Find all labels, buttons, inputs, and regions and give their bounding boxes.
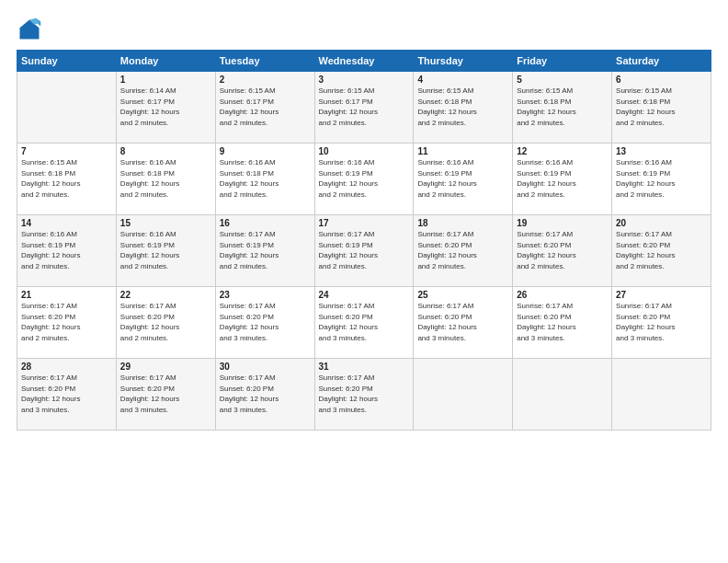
day-cell <box>17 72 117 144</box>
day-cell: 7Sunrise: 6:15 AM Sunset: 6:18 PM Daylig… <box>17 144 117 215</box>
day-info: Sunrise: 6:17 AM Sunset: 6:20 PM Dayligh… <box>319 373 410 415</box>
day-cell <box>414 359 513 431</box>
col-header-friday: Friday <box>513 51 612 72</box>
col-header-tuesday: Tuesday <box>215 51 314 72</box>
day-cell: 16Sunrise: 6:17 AM Sunset: 6:19 PM Dayli… <box>215 215 314 287</box>
day-cell: 30Sunrise: 6:17 AM Sunset: 6:20 PM Dayli… <box>215 359 314 431</box>
day-info: Sunrise: 6:14 AM Sunset: 6:17 PM Dayligh… <box>120 86 211 128</box>
day-cell: 17Sunrise: 6:17 AM Sunset: 6:19 PM Dayli… <box>314 215 414 287</box>
day-cell: 5Sunrise: 6:15 AM Sunset: 6:18 PM Daylig… <box>513 72 612 144</box>
day-info: Sunrise: 6:16 AM Sunset: 6:19 PM Dayligh… <box>417 157 508 200</box>
header-row: SundayMondayTuesdayWednesdayThursdayFrid… <box>17 51 711 72</box>
day-cell: 21Sunrise: 6:17 AM Sunset: 6:20 PM Dayli… <box>17 287 117 359</box>
logo-icon <box>17 17 42 42</box>
day-info: Sunrise: 6:16 AM Sunset: 6:19 PM Dayligh… <box>319 157 410 200</box>
day-number: 22 <box>120 290 211 300</box>
day-info: Sunrise: 6:16 AM Sunset: 6:19 PM Dayligh… <box>120 229 211 271</box>
logo <box>17 17 46 42</box>
week-row-4: 28Sunrise: 6:17 AM Sunset: 6:20 PM Dayli… <box>17 359 711 431</box>
day-number: 21 <box>21 290 112 300</box>
day-number: 29 <box>120 362 211 372</box>
calendar-table: SundayMondayTuesdayWednesdayThursdayFrid… <box>17 50 711 431</box>
day-cell: 1Sunrise: 6:14 AM Sunset: 6:17 PM Daylig… <box>116 72 215 144</box>
day-info: Sunrise: 6:17 AM Sunset: 6:20 PM Dayligh… <box>120 373 211 415</box>
day-info: Sunrise: 6:17 AM Sunset: 6:20 PM Dayligh… <box>220 301 311 343</box>
day-cell: 6Sunrise: 6:15 AM Sunset: 6:18 PM Daylig… <box>612 72 711 144</box>
day-number: 24 <box>319 290 410 300</box>
day-number: 18 <box>417 218 508 228</box>
page: SundayMondayTuesdayWednesdayThursdayFrid… <box>0 0 728 563</box>
col-header-thursday: Thursday <box>414 51 513 72</box>
day-number: 17 <box>319 218 410 228</box>
day-info: Sunrise: 6:17 AM Sunset: 6:19 PM Dayligh… <box>319 229 410 271</box>
day-number: 14 <box>21 218 112 228</box>
day-cell: 22Sunrise: 6:17 AM Sunset: 6:20 PM Dayli… <box>116 287 215 359</box>
day-info: Sunrise: 6:16 AM Sunset: 6:18 PM Dayligh… <box>120 157 211 200</box>
day-cell: 27Sunrise: 6:17 AM Sunset: 6:20 PM Dayli… <box>612 287 711 359</box>
day-cell: 9Sunrise: 6:16 AM Sunset: 6:18 PM Daylig… <box>215 144 314 215</box>
day-number: 20 <box>616 218 707 228</box>
day-number: 19 <box>517 218 608 228</box>
day-number: 27 <box>616 290 707 300</box>
day-number: 11 <box>417 146 508 156</box>
day-info: Sunrise: 6:15 AM Sunset: 6:18 PM Dayligh… <box>417 86 508 128</box>
day-info: Sunrise: 6:15 AM Sunset: 6:17 PM Dayligh… <box>220 86 311 128</box>
day-cell: 25Sunrise: 6:17 AM Sunset: 6:20 PM Dayli… <box>414 287 513 359</box>
day-info: Sunrise: 6:15 AM Sunset: 6:17 PM Dayligh… <box>319 86 410 128</box>
day-cell: 10Sunrise: 6:16 AM Sunset: 6:19 PM Dayli… <box>314 144 414 215</box>
day-number: 9 <box>220 146 311 156</box>
day-number: 8 <box>120 146 211 156</box>
day-info: Sunrise: 6:17 AM Sunset: 6:20 PM Dayligh… <box>517 301 608 343</box>
day-cell: 13Sunrise: 6:16 AM Sunset: 6:19 PM Dayli… <box>612 144 711 215</box>
day-info: Sunrise: 6:16 AM Sunset: 6:19 PM Dayligh… <box>21 229 112 271</box>
col-header-sunday: Sunday <box>17 51 117 72</box>
day-number: 2 <box>220 75 311 85</box>
day-info: Sunrise: 6:17 AM Sunset: 6:20 PM Dayligh… <box>517 229 608 271</box>
day-cell <box>513 359 612 431</box>
day-info: Sunrise: 6:17 AM Sunset: 6:20 PM Dayligh… <box>417 229 508 271</box>
day-info: Sunrise: 6:16 AM Sunset: 6:19 PM Dayligh… <box>616 157 707 200</box>
day-number: 5 <box>517 75 608 85</box>
day-cell: 28Sunrise: 6:17 AM Sunset: 6:20 PM Dayli… <box>17 359 117 431</box>
day-cell: 12Sunrise: 6:16 AM Sunset: 6:19 PM Dayli… <box>513 144 612 215</box>
day-info: Sunrise: 6:17 AM Sunset: 6:20 PM Dayligh… <box>319 301 410 343</box>
week-row-0: 1Sunrise: 6:14 AM Sunset: 6:17 PM Daylig… <box>17 72 711 144</box>
day-info: Sunrise: 6:17 AM Sunset: 6:19 PM Dayligh… <box>220 229 311 271</box>
day-cell: 8Sunrise: 6:16 AM Sunset: 6:18 PM Daylig… <box>116 144 215 215</box>
day-cell: 19Sunrise: 6:17 AM Sunset: 6:20 PM Dayli… <box>513 215 612 287</box>
day-info: Sunrise: 6:17 AM Sunset: 6:20 PM Dayligh… <box>417 301 508 343</box>
day-info: Sunrise: 6:17 AM Sunset: 6:20 PM Dayligh… <box>616 229 707 271</box>
day-info: Sunrise: 6:15 AM Sunset: 6:18 PM Dayligh… <box>517 86 608 128</box>
day-number: 26 <box>517 290 608 300</box>
day-number: 6 <box>616 75 707 85</box>
day-cell: 18Sunrise: 6:17 AM Sunset: 6:20 PM Dayli… <box>414 215 513 287</box>
col-header-monday: Monday <box>116 51 215 72</box>
day-number: 28 <box>21 362 112 372</box>
day-number: 30 <box>220 362 311 372</box>
col-header-wednesday: Wednesday <box>314 51 414 72</box>
day-cell: 11Sunrise: 6:16 AM Sunset: 6:19 PM Dayli… <box>414 144 513 215</box>
week-row-2: 14Sunrise: 6:16 AM Sunset: 6:19 PM Dayli… <box>17 215 711 287</box>
week-row-3: 21Sunrise: 6:17 AM Sunset: 6:20 PM Dayli… <box>17 287 711 359</box>
day-number: 25 <box>417 290 508 300</box>
day-number: 23 <box>220 290 311 300</box>
day-info: Sunrise: 6:17 AM Sunset: 6:20 PM Dayligh… <box>616 301 707 343</box>
header <box>17 17 711 42</box>
day-cell: 2Sunrise: 6:15 AM Sunset: 6:17 PM Daylig… <box>215 72 314 144</box>
day-number: 13 <box>616 146 707 156</box>
day-info: Sunrise: 6:16 AM Sunset: 6:18 PM Dayligh… <box>220 157 311 200</box>
col-header-saturday: Saturday <box>612 51 711 72</box>
day-cell: 3Sunrise: 6:15 AM Sunset: 6:17 PM Daylig… <box>314 72 414 144</box>
day-number: 3 <box>319 75 410 85</box>
day-number: 4 <box>417 75 508 85</box>
day-info: Sunrise: 6:17 AM Sunset: 6:20 PM Dayligh… <box>21 373 112 415</box>
day-number: 1 <box>120 75 211 85</box>
day-number: 10 <box>319 146 410 156</box>
day-info: Sunrise: 6:17 AM Sunset: 6:20 PM Dayligh… <box>120 301 211 343</box>
week-row-1: 7Sunrise: 6:15 AM Sunset: 6:18 PM Daylig… <box>17 144 711 215</box>
day-cell: 31Sunrise: 6:17 AM Sunset: 6:20 PM Dayli… <box>314 359 414 431</box>
day-number: 16 <box>220 218 311 228</box>
day-cell: 29Sunrise: 6:17 AM Sunset: 6:20 PM Dayli… <box>116 359 215 431</box>
day-cell <box>612 359 711 431</box>
day-cell: 23Sunrise: 6:17 AM Sunset: 6:20 PM Dayli… <box>215 287 314 359</box>
